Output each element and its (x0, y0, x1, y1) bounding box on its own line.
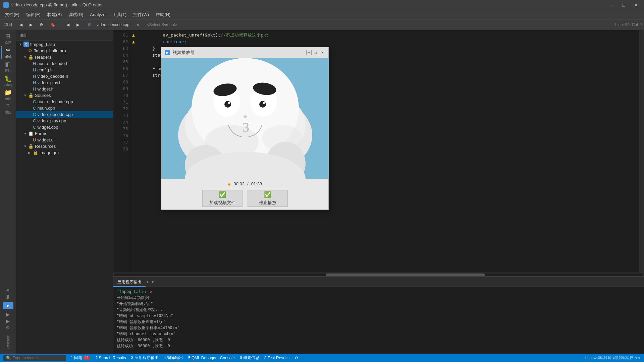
tree-widget-h[interactable]: H widget.h (16, 86, 113, 92)
stop-app-btn[interactable]: ✕ (150, 289, 152, 294)
close-tab-btn[interactable]: ✕ (133, 21, 142, 28)
tree-video-decode-cpp[interactable]: C video_decode.cpp (16, 111, 113, 118)
menu-file[interactable]: 文件(F) (2, 10, 23, 19)
statusbar-link[interactable]: https://编码解码视频解码运行结果 (585, 355, 641, 360)
tree-pro-file[interactable]: ⚙ ffmpeg_Laliu.pro (16, 48, 113, 54)
widget-h: widget.h (37, 86, 53, 92)
image-qrc: image.qrc (40, 150, 59, 155)
video-close[interactable]: ✕ (320, 50, 325, 55)
tree-video-play-h[interactable]: H video_play.h (16, 79, 113, 86)
debug-run-button[interactable]: ▶ (6, 318, 10, 324)
video-display-area: 3 (161, 58, 328, 179)
menu-tools[interactable]: 工具(T) (109, 10, 130, 19)
sidebar-item-help[interactable]: ? 帮助 (1, 102, 15, 116)
statusbar-search[interactable]: 2 Search Results (95, 356, 126, 360)
load-video-button[interactable]: ✅ 加载视频文件 (202, 190, 243, 207)
release-label[interactable]: Release (4, 334, 12, 350)
sidebar-item-edit[interactable]: ✏ 编辑 (1, 46, 15, 59)
statusbar-problems[interactable]: 1 问题 11 (71, 355, 90, 361)
video-window-controls: ─ □ ✕ (306, 50, 325, 55)
toolbar-forward[interactable]: ▶ (74, 21, 82, 28)
close-button[interactable]: ✕ (631, 0, 641, 10)
tree-headers-folder[interactable]: ▼ 🔒 Headers (16, 54, 113, 60)
statusbar-compile[interactable]: 4 编译输出 (164, 355, 183, 361)
output-line-3: "音频输出初始化成功... (117, 307, 641, 313)
tree-audio-decode-h[interactable]: H audio_decode.h (16, 60, 113, 67)
menu-analyze[interactable]: Analyze (87, 11, 109, 18)
bp-scroll-up[interactable]: ▲ (146, 280, 150, 284)
stop-btn-label: 停止播放 (259, 200, 276, 206)
line-col-display: Line: 99, Col: 1 (615, 22, 642, 27)
tree-sources-folder[interactable]: ▼ 🔒 Sources (16, 92, 113, 99)
load-btn-label: 加载视频文件 (209, 200, 235, 206)
svg-text:3: 3 (243, 120, 249, 135)
menu-build[interactable]: 构建(B) (44, 10, 65, 19)
project-indicator-icon: ▶ (7, 304, 9, 307)
menu-help[interactable]: 帮助(H) (152, 10, 174, 19)
toolbar-bookmark[interactable]: 🔖 (48, 21, 58, 28)
load-check-icon: ✅ (219, 191, 226, 198)
toolbar-back[interactable]: ◀ (64, 21, 72, 28)
output-line-9: 跳转成功: 30000 ,状态: 0 (117, 343, 641, 349)
stop-video-button[interactable]: ✅ 停止播放 (248, 190, 288, 207)
statusbar-tests[interactable]: 8 Test Results (264, 356, 289, 360)
search-input[interactable] (13, 356, 63, 360)
maximize-button[interactable]: □ (620, 0, 628, 10)
statusbar-gear-icon[interactable]: ⚙ (294, 356, 298, 360)
time-separator: / (247, 181, 249, 187)
resources-icon: 🔒 (28, 144, 34, 149)
sidebar-item-debug[interactable]: 🐛 Debug (1, 74, 15, 87)
bp-scroll-down[interactable]: ▼ (151, 280, 155, 284)
video-play-cpp: video_play.cpp (37, 118, 66, 123)
statusbar-overview[interactable]: 6 概要信息 (240, 355, 259, 361)
video-minimize[interactable]: ─ (306, 50, 312, 55)
sidebar-item-welcome[interactable]: ⊞ 欢迎 (1, 32, 15, 45)
svg-point-13 (259, 101, 266, 108)
cpp-icon-2: C (33, 106, 36, 111)
menu-edit[interactable]: 编辑(E) (23, 10, 44, 19)
tree-audio-decode-cpp[interactable]: C audio_decode.cpp (16, 99, 113, 105)
statusbar-qml-debug[interactable]: 5 QML Debugger Console (188, 356, 235, 360)
scrollbar-horizontal[interactable] (113, 273, 644, 277)
run-button[interactable]: ▶ (6, 312, 10, 317)
forms-label: Forms (35, 131, 47, 136)
tree-main-cpp[interactable]: C main.cpp (16, 105, 113, 111)
sidebar-item-design[interactable]: ◧ 设计 (1, 60, 15, 73)
menu-controls[interactable]: 控件(W) (130, 10, 152, 19)
resources-label: Resources (35, 144, 56, 149)
statusbar-app-output[interactable]: 3 应用程序输出 (131, 355, 159, 361)
tree-image-qrc[interactable]: ▶ 🔒 image.qrc (16, 149, 113, 156)
menu-debug[interactable]: 调试(D) (65, 10, 87, 19)
help-icon: ? (6, 103, 9, 110)
svg-point-16 (244, 115, 247, 118)
project-name: ffmpeg_Laliu (30, 42, 55, 47)
scrollbar-right[interactable] (639, 30, 644, 273)
project-folder-icon: Q (23, 42, 29, 47)
tree-project-root[interactable]: ▼ Q ffmpeg_Laliu (16, 41, 113, 48)
tree-video-play-cpp[interactable]: C video_play.cpp (16, 118, 113, 124)
edit-icon: ✏ (6, 47, 11, 54)
tree-widget-cpp[interactable]: C widget.cpp (16, 124, 113, 130)
tree-resources-folder[interactable]: ▼ 🔒 Resources (16, 143, 113, 149)
header-file-icon: H (33, 61, 36, 66)
build-button[interactable]: ⚙ (6, 325, 10, 330)
btab-app-output[interactable]: 应用程序输出 (113, 277, 146, 287)
tree-widget-ui[interactable]: U widget.ui (16, 137, 113, 143)
current-file-tab[interactable]: video_decode.cpp (94, 21, 132, 28)
tree-video-decode-h[interactable]: H video_decode.h (16, 73, 113, 79)
sources-label: Sources (35, 93, 51, 98)
tree-forms-folder[interactable]: ▼ 📋 Forms (16, 130, 113, 137)
project-selector[interactable]: 项目 (2, 21, 15, 28)
status-dot: ● (228, 181, 231, 187)
video-maximize[interactable]: □ (313, 50, 318, 55)
filetree-content[interactable]: ▼ Q ffmpeg_Laliu ⚙ ffmpeg_Laliu.pro ▼ 🔒 … (16, 41, 113, 354)
toolbar-settings[interactable]: ⚙ (37, 21, 46, 28)
symbol-selector[interactable]: <Select Symbol> (144, 21, 180, 28)
output-line-5: "转码_音频数据声道=1\n" (117, 319, 641, 325)
output-line-7: "转码_channel_layout=4\n" (117, 331, 641, 337)
sidebar-item-project[interactable]: 📁 项目 (1, 88, 15, 102)
tree-config-h[interactable]: H config.h (16, 67, 113, 73)
toolbar-nav-left[interactable]: ◀ (17, 21, 25, 28)
minimize-button[interactable]: ─ (608, 0, 616, 10)
toolbar-nav-right[interactable]: ▶ (27, 21, 35, 28)
